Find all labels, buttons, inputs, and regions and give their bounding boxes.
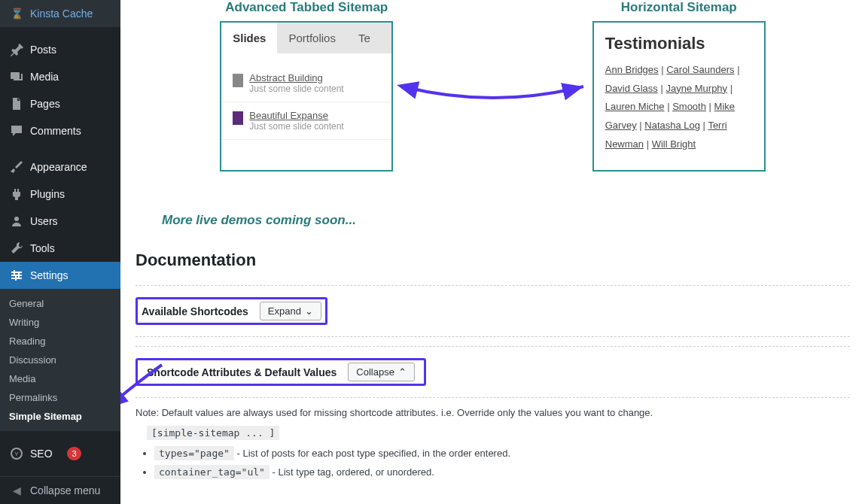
- plug-icon: [9, 187, 24, 202]
- svg-rect-6: [18, 273, 20, 278]
- tab-slides[interactable]: Slides: [221, 23, 277, 53]
- menu-seo[interactable]: YSEO 3: [0, 440, 120, 467]
- seo-icon: Y: [9, 446, 24, 461]
- slide-link[interactable]: Abstract Building: [249, 72, 343, 83]
- menu-posts[interactable]: Posts: [0, 36, 120, 63]
- testimonial-link[interactable]: Carol Saunders: [666, 64, 734, 75]
- cache-icon: ⌛: [9, 6, 24, 21]
- sub-general[interactable]: General: [0, 294, 120, 313]
- expand-button[interactable]: Expand⌄: [260, 302, 321, 320]
- main-content: Advanced Tabbed Sitemap Slides Portfolio…: [120, 0, 865, 504]
- tab-testimonials[interactable]: Te: [347, 23, 382, 53]
- attribute-code: container_tag="ul": [154, 465, 270, 479]
- demo-box-advanced: Slides Portfolios Te Abstract BuildingJu…: [220, 21, 393, 172]
- chevron-down-icon: ⌄: [305, 305, 313, 317]
- attribute-item: types="page" - List of posts for each po…: [154, 446, 850, 460]
- tab-portfolios[interactable]: Portfolios: [277, 23, 347, 53]
- svg-rect-2: [11, 272, 22, 273]
- testimonials-links: Ann Bridges | Carol Saunders | David Gla…: [605, 61, 753, 153]
- menu-appearance[interactable]: Appearance: [0, 153, 120, 181]
- testimonial-link[interactable]: Ann Bridges: [605, 64, 659, 75]
- collapse-menu[interactable]: ◀Collapse menu: [0, 476, 120, 504]
- menu-pages[interactable]: Pages: [0, 90, 120, 117]
- collapse-icon: ◀: [9, 483, 24, 498]
- testimonial-link[interactable]: David Glass: [605, 83, 658, 94]
- highlight-attributes: Shortcode Attributes & Default Values Co…: [136, 358, 426, 386]
- testimonial-link[interactable]: Jayne Murphy: [666, 83, 727, 94]
- sub-permalinks[interactable]: Permalinks: [0, 388, 120, 407]
- testimonials-heading: Testimonials: [605, 34, 753, 53]
- demo-title-horizontal: Horizontal Sitemap: [621, 0, 737, 15]
- attributes-note: Note: Default values are always used for…: [136, 407, 850, 418]
- slide-link[interactable]: Beautiful Expanse: [249, 110, 343, 121]
- user-icon: [9, 214, 24, 229]
- section-shortcodes: Available Shortcodes Expand⌄: [136, 285, 850, 337]
- demos-more-text: More live demos coming soon...: [162, 213, 850, 228]
- section-attributes: Shortcode Attributes & Default Values Co…: [136, 346, 850, 398]
- svg-text:Y: Y: [14, 451, 19, 457]
- svg-rect-5: [14, 270, 15, 275]
- demo-title-advanced: Advanced Tabbed Sitemap: [225, 0, 388, 15]
- menu-kinsta-cache[interactable]: ⌛Kinsta Cache: [0, 0, 120, 27]
- chevron-up-icon: ⌃: [398, 366, 407, 378]
- wrench-icon: [9, 241, 24, 256]
- thumb-icon: [233, 111, 243, 125]
- brush-icon: [9, 159, 24, 175]
- sub-media[interactable]: Media: [0, 369, 120, 388]
- menu-comments[interactable]: Comments: [0, 117, 120, 144]
- sub-reading[interactable]: Reading: [0, 332, 120, 351]
- slide-item: Abstract BuildingJust some slide content: [221, 65, 391, 102]
- seo-badge: 3: [67, 447, 81, 460]
- svg-point-1: [14, 217, 19, 221]
- menu-plugins[interactable]: Plugins: [0, 181, 120, 208]
- settings-icon: [9, 268, 24, 283]
- comment-icon: [9, 123, 24, 138]
- page-icon: [9, 96, 24, 111]
- highlight-shortcodes: Available Shortcodes Expand⌄: [136, 297, 327, 325]
- documentation-heading: Documentation: [136, 250, 850, 270]
- sub-writing[interactable]: Writing: [0, 313, 120, 332]
- slide-item: Beautiful ExpanseJust some slide content: [221, 102, 391, 140]
- media-icon: [9, 69, 24, 84]
- testimonial-link[interactable]: Smooth: [672, 101, 706, 112]
- attribute-item: container_tag="ul" - List type tag, orde…: [154, 465, 850, 479]
- collapse-button[interactable]: Collapse⌃: [348, 363, 415, 381]
- menu-users[interactable]: Users: [0, 208, 120, 235]
- svg-rect-3: [11, 275, 22, 276]
- code-main: [simple-sitemap ... ]: [147, 426, 279, 440]
- settings-submenu: General Writing Reading Discussion Media…: [0, 289, 120, 431]
- sub-simple-sitemap[interactable]: Simple Sitemap: [0, 407, 120, 426]
- pin-icon: [9, 42, 24, 57]
- admin-sidebar: ⌛Kinsta Cache Posts Media Pages Comments…: [0, 0, 120, 504]
- demo-box-horizontal: Testimonials Ann Bridges | Carol Saunder…: [592, 21, 766, 172]
- sub-discussion[interactable]: Discussion: [0, 351, 120, 369]
- attribute-list: types="page" - List of posts for each po…: [154, 446, 850, 479]
- menu-settings[interactable]: Settings: [0, 262, 120, 289]
- svg-rect-7: [15, 276, 17, 281]
- svg-rect-0: [11, 72, 20, 79]
- menu-tools[interactable]: Tools: [0, 235, 120, 262]
- menu-media[interactable]: Media: [0, 63, 120, 90]
- testimonial-link[interactable]: Lauren Miche: [605, 101, 665, 112]
- annotation-double-arrow: [395, 56, 591, 117]
- testimonial-link[interactable]: Will Bright: [652, 138, 696, 150]
- attribute-code: types="page": [154, 446, 234, 460]
- testimonial-link[interactable]: Natasha Log: [644, 120, 700, 131]
- thumb-icon: [233, 74, 243, 87]
